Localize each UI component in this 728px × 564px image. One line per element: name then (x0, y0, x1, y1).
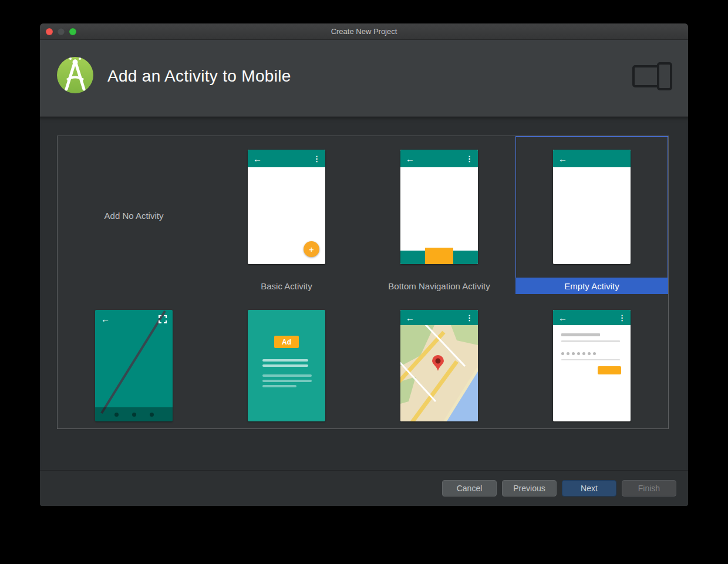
thumb-appbar: ← ⋮ (400, 310, 478, 325)
placeholder-line (262, 385, 296, 387)
template-empty-activity[interactable]: ← Empty Activity (515, 136, 668, 294)
mobile-tablet-icon (632, 61, 673, 92)
basic-activity-thumbnail: ← ⋮ + (248, 150, 325, 264)
fullscreen-icon (159, 315, 167, 323)
finish-button[interactable]: Finish (622, 480, 676, 497)
placeholder-line (262, 359, 308, 362)
back-arrow-icon: ← (101, 315, 110, 323)
overflow-menu-icon: ⋮ (466, 314, 473, 322)
ad-badge: Ad (274, 336, 299, 348)
back-arrow-icon: ← (406, 154, 414, 163)
map-graphic (400, 325, 478, 421)
bottom-navigation-thumbnail: ← ⋮ (400, 150, 478, 264)
template-fullscreen-activity[interactable]: ← (58, 294, 210, 428)
placeholder-line (561, 333, 600, 336)
thumb-appbar: ← ⋮ (553, 310, 631, 325)
placeholder-line (262, 374, 312, 377)
template-add-no-activity[interactable]: Add No Activity (58, 136, 210, 294)
create-new-project-dialog: Create New Project Add an Activity to Mo… (40, 23, 688, 506)
minimize-window-button[interactable] (58, 28, 65, 35)
thumb-appbar: ← ⋮ (248, 150, 325, 167)
thumb-system-navbar (95, 407, 173, 421)
thumb-appbar: ← (553, 150, 631, 167)
password-dots (561, 352, 596, 355)
diagonal-line (95, 310, 173, 421)
placeholder-line (262, 380, 312, 382)
titlebar: Create New Project (40, 23, 688, 40)
zoom-window-button[interactable] (69, 28, 76, 35)
next-button[interactable]: Next (562, 480, 616, 497)
placeholder-line (262, 364, 308, 367)
overflow-menu-icon: ⋮ (618, 314, 626, 322)
thumb-bottom-nav-selected-tab (425, 248, 453, 264)
wizard-content: Add No Activity ← ⋮ + Basic Activity (40, 117, 688, 470)
android-studio-logo-icon (56, 56, 95, 94)
back-arrow-icon: ← (558, 154, 567, 163)
window-title: Create New Project (331, 27, 397, 36)
thumb-appbar: ← ⋮ (400, 150, 478, 167)
nav-dot (150, 413, 154, 417)
overflow-menu-icon: ⋮ (313, 155, 321, 163)
template-label: Bottom Navigation Activity (388, 281, 490, 291)
template-label: Add No Activity (105, 211, 164, 221)
page-title: Add an Activity to Mobile (107, 67, 291, 86)
back-arrow-icon: ← (406, 313, 414, 322)
admob-activity-thumbnail: Ad (248, 310, 325, 421)
overflow-menu-icon: ⋮ (466, 155, 473, 163)
activity-gallery: Add No Activity ← ⋮ + Basic Activity (57, 136, 669, 429)
template-bottom-navigation-activity[interactable]: ← ⋮ Bottom Navigation Activity (363, 136, 515, 294)
fullscreen-activity-thumbnail: ← (95, 310, 173, 421)
maps-activity-thumbnail: ← ⋮ (400, 310, 478, 421)
template-login-activity[interactable]: ← ⋮ (515, 294, 668, 428)
login-activity-thumbnail: ← ⋮ (553, 310, 631, 421)
previous-button[interactable]: Previous (502, 480, 557, 497)
template-basic-activity[interactable]: ← ⋮ + Basic Activity (210, 136, 363, 294)
selected-template-label: Empty Activity (515, 278, 668, 294)
thumb-signin-button (598, 366, 621, 374)
back-arrow-icon: ← (558, 313, 567, 322)
template-label: Basic Activity (261, 281, 312, 291)
fab-plus-icon: + (304, 241, 319, 257)
cancel-button[interactable]: Cancel (442, 480, 497, 497)
empty-activity-thumbnail: ← (553, 150, 631, 264)
template-admob-ads-activity[interactable]: Ad (210, 294, 363, 428)
placeholder-line (561, 359, 620, 360)
template-google-maps-activity[interactable]: ← ⋮ (363, 294, 515, 428)
wizard-footer: Cancel Previous Next Finish (40, 470, 688, 506)
nav-dot (114, 413, 119, 417)
wizard-header: Add an Activity to Mobile (40, 40, 688, 116)
window-controls (46, 28, 76, 35)
placeholder-line (561, 340, 620, 342)
close-window-button[interactable] (46, 28, 53, 35)
nav-dot (132, 413, 136, 417)
back-arrow-icon: ← (253, 154, 262, 163)
